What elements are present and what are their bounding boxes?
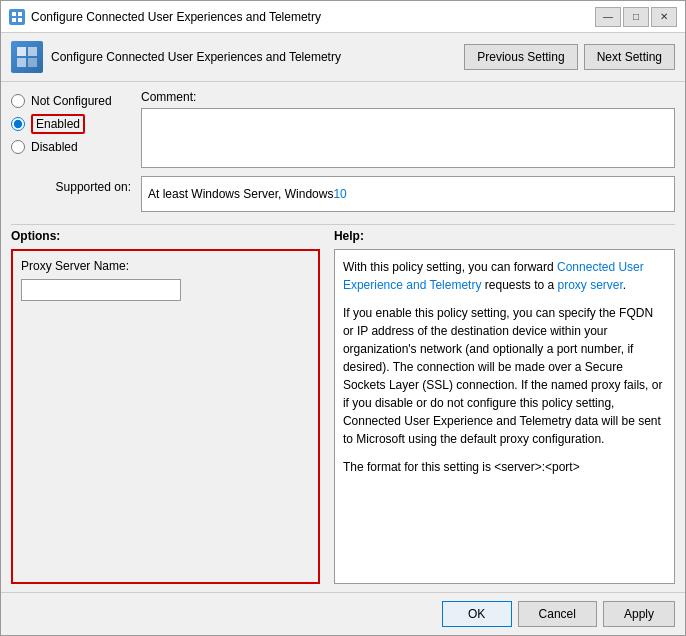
disabled-radio[interactable] <box>11 140 25 154</box>
proxy-server-input[interactable] <box>21 279 181 301</box>
header-icon <box>11 41 43 73</box>
minimize-button[interactable]: — <box>595 7 621 27</box>
comment-textarea[interactable] <box>141 108 675 168</box>
supported-section: Supported on: At least Windows Server, W… <box>11 176 675 212</box>
enabled-option[interactable]: Enabled <box>11 114 131 134</box>
enabled-radio[interactable] <box>11 117 25 131</box>
header-title-area: Configure Connected User Experiences and… <box>11 41 341 73</box>
svg-rect-5 <box>28 47 37 56</box>
svg-rect-0 <box>12 12 16 16</box>
main-window: Configure Connected User Experiences and… <box>0 0 686 636</box>
comment-label: Comment: <box>141 90 675 104</box>
supported-label: Supported on: <box>11 176 131 194</box>
svg-rect-7 <box>28 58 37 67</box>
options-help-container: Options: Proxy Server Name: Help: With t… <box>11 229 675 584</box>
enabled-label: Enabled <box>31 114 85 134</box>
supported-value: At least Windows Server, Windows 10 <box>141 176 675 212</box>
top-section: Not Configured Enabled Disabled Comment: <box>11 90 675 168</box>
content-area: Not Configured Enabled Disabled Comment:… <box>1 82 685 592</box>
not-configured-label: Not Configured <box>31 94 112 108</box>
svg-rect-1 <box>18 12 22 16</box>
header-bar: Configure Connected User Experiences and… <box>1 33 685 82</box>
radio-group: Not Configured Enabled Disabled <box>11 90 131 168</box>
help-paragraph-1: With this policy setting, you can forwar… <box>343 258 666 294</box>
header-buttons: Previous Setting Next Setting <box>464 44 675 70</box>
title-bar-controls: — □ ✕ <box>595 7 677 27</box>
next-setting-button[interactable]: Next Setting <box>584 44 675 70</box>
options-title: Options: <box>11 229 320 243</box>
disabled-option[interactable]: Disabled <box>11 140 131 154</box>
ok-button[interactable]: OK <box>442 601 512 627</box>
comment-section: Comment: <box>141 90 675 168</box>
svg-rect-6 <box>17 58 26 67</box>
title-bar: Configure Connected User Experiences and… <box>1 1 685 33</box>
maximize-button[interactable]: □ <box>623 7 649 27</box>
options-content: Proxy Server Name: <box>11 249 320 584</box>
svg-rect-4 <box>17 47 26 56</box>
help-title: Help: <box>334 229 675 243</box>
footer: OK Cancel Apply <box>1 592 685 635</box>
header-title: Configure Connected User Experiences and… <box>51 50 341 64</box>
window-icon <box>9 9 25 25</box>
close-button[interactable]: ✕ <box>651 7 677 27</box>
cancel-button[interactable]: Cancel <box>518 601 597 627</box>
not-configured-option[interactable]: Not Configured <box>11 94 131 108</box>
previous-setting-button[interactable]: Previous Setting <box>464 44 577 70</box>
svg-rect-2 <box>12 18 16 22</box>
help-content: With this policy setting, you can forwar… <box>334 249 675 584</box>
help-paragraph-3: The format for this setting is <server>:… <box>343 458 666 476</box>
options-section: Options: Proxy Server Name: <box>11 229 326 584</box>
help-paragraph-2: If you enable this policy setting, you c… <box>343 304 666 448</box>
apply-button[interactable]: Apply <box>603 601 675 627</box>
help-section: Help: With this policy setting, you can … <box>334 229 675 584</box>
proxy-server-label: Proxy Server Name: <box>21 259 310 273</box>
disabled-label: Disabled <box>31 140 78 154</box>
title-bar-text: Configure Connected User Experiences and… <box>31 10 595 24</box>
svg-rect-3 <box>18 18 22 22</box>
not-configured-radio[interactable] <box>11 94 25 108</box>
divider <box>11 224 675 225</box>
